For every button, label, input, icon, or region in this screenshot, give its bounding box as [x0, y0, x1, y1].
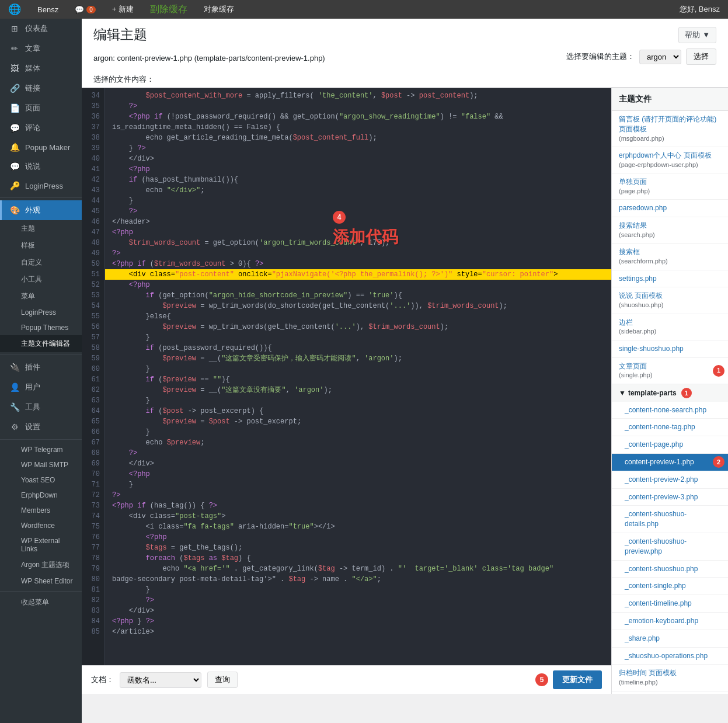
select-theme-button[interactable]: 选择	[686, 48, 716, 65]
code-lines: $post_content_with_more = apply_filters(…	[105, 88, 611, 665]
sidebar-item-pages[interactable]: 📄 页面	[0, 98, 82, 118]
code-line: </header>	[105, 217, 611, 227]
code-line: <?php if (has_tag()) { ?>	[105, 500, 611, 511]
sidebar-item-wp-external-links[interactable]: WP External Links	[0, 533, 82, 557]
submenu-loginpress[interactable]: LoginPress	[0, 305, 82, 320]
file-item-content-shuoshuo[interactable]: _content-shuoshuo.php	[612, 561, 728, 578]
code-line: </div>	[105, 154, 611, 164]
file-item-content-none-tag[interactable]: _content-none-tag.php	[612, 419, 728, 436]
file-item-shuoshuo-operations[interactable]: _shuoshuo-operations.php	[612, 648, 728, 665]
sidebar-item-wordfence[interactable]: Wordfence	[0, 518, 82, 533]
page-title: 编辑主题	[93, 26, 147, 44]
wp-logo[interactable]: 🌐	[5, 0, 25, 19]
file-list-header: 主题文件	[612, 88, 728, 111]
submenu-popup-themes[interactable]: Popup Themes	[0, 320, 82, 335]
code-line: }	[105, 332, 611, 343]
file-item-parsedown[interactable]: parsedown.php	[612, 200, 728, 217]
sidebar-item-wp-mail-smtp[interactable]: WP Mail SMTP	[0, 457, 82, 472]
sidebar-item-posts[interactable]: ✏ 文章	[0, 39, 82, 58]
submenu-customize[interactable]: 自定义	[0, 254, 82, 271]
file-item-content-preview-1[interactable]: content-preview-1.php 2	[612, 454, 728, 471]
update-file-button[interactable]: 更新文件	[553, 670, 602, 689]
file-item-single-shuoshuo[interactable]: single-shuoshuo.php	[612, 340, 728, 358]
sidebar-item-members[interactable]: Members	[0, 503, 82, 518]
help-button[interactable]: 帮助 ▼	[678, 27, 716, 43]
sidebar-item-dashboard[interactable]: ⊞ 仪表盘	[0, 19, 82, 39]
sidebar-item-popup-maker[interactable]: 🔔 Popup Maker	[0, 138, 82, 157]
file-item-erphpdown-user[interactable]: erphpdown个人中心 页面模板 (page-erphpdown-user.…	[612, 147, 728, 173]
file-item-share[interactable]: _share.php	[612, 630, 728, 648]
sidebar-item-erphpdown[interactable]: ErphpDown	[0, 488, 82, 503]
file-item-single[interactable]: 文章页面 (single.php) 1	[612, 358, 728, 384]
file-item-content-preview-2[interactable]: _content-preview-2.php	[612, 471, 728, 489]
code-area: 4 添加代码 34 35 36 37 38 39 40 41	[82, 88, 611, 694]
submenu-widgets[interactable]: 小工具	[0, 271, 82, 288]
admin-header: 编辑主题 帮助 ▼ argon: content-preview-1.php (…	[82, 19, 728, 88]
submenu-theme-editor[interactable]: 主题文件编辑器	[0, 335, 82, 352]
file-item-timeline[interactable]: 归档时间 页面模板 (timeline.php)	[612, 665, 728, 691]
doc-select[interactable]: 函数名...	[120, 672, 201, 688]
doc-label: 文档：	[91, 675, 114, 685]
query-button[interactable]: 查询	[207, 672, 238, 688]
sidebar-item-media[interactable]: 🖼 媒体	[0, 58, 82, 78]
file-info: argon: content-preview-1.php (template-p…	[93, 48, 716, 67]
code-line: <?php	[105, 469, 611, 479]
site-name[interactable]: Bensz	[34, 0, 62, 19]
theme-select[interactable]: argon	[639, 50, 681, 64]
code-line: if ($post -> post_excerpt) {	[105, 406, 611, 416]
sidebar-item-tools[interactable]: 🔧 工具	[0, 397, 82, 417]
file-item-content-timeline[interactable]: _content-timeline.php	[612, 595, 728, 613]
sidebar-item-users[interactable]: 👤 用户	[0, 377, 82, 397]
file-item-shuoshuo[interactable]: 说说 页面模板 (shuoshuo.php)	[612, 287, 728, 314]
sidebar-item-appearance[interactable]: 🎨 外观	[0, 200, 82, 220]
new-content[interactable]: + 新建	[109, 0, 137, 19]
file-folder-template-parts[interactable]: ▼ template-parts 1	[612, 384, 728, 402]
code-line: <div class="post-tags">	[105, 511, 611, 522]
code-line: $preview = wp_trim_words(do_shortcode(ge…	[105, 301, 611, 311]
annotation-1-inline: 1	[681, 388, 692, 398]
code-line: $preview = __("这篇文章受密码保护，输入密码才能阅读", 'arg…	[105, 353, 611, 364]
comments-link[interactable]: 💬 0	[71, 0, 99, 19]
file-item-searchform[interactable]: 搜索框 (searchform.php)	[612, 244, 728, 270]
sidebar-item-settings[interactable]: ⚙ 设置	[0, 417, 82, 437]
file-item-content-none-search[interactable]: _content-none-search.php	[612, 402, 728, 419]
file-item-content-shuoshuo-details[interactable]: _content-shuoshuo-details.php	[612, 506, 728, 533]
file-item-content-single[interactable]: _content-single.php	[612, 578, 728, 595]
submenu-themes[interactable]: 主题	[0, 220, 82, 237]
file-item-unsubscribe[interactable]: unsubscribe-comment-mailnotice.php	[612, 691, 728, 694]
file-item-content-page[interactable]: _content-page.php	[612, 436, 728, 454]
media-action[interactable]: 副除缓存	[147, 0, 191, 19]
annotation-5: 5	[535, 673, 548, 686]
submenu-templates[interactable]: 样板	[0, 237, 82, 254]
sidebar-item-yoast[interactable]: Yoast SEO	[0, 472, 82, 488]
sidebar-collapse[interactable]: 收起菜单	[0, 594, 82, 611]
file-item-search[interactable]: 搜索结果 (search.php)	[612, 217, 728, 244]
code-editor[interactable]: 34 35 36 37 38 39 40 41 42 43 44 45 46	[82, 88, 611, 665]
submenu-menus[interactable]: 菜单	[0, 288, 82, 305]
comment-badge: 0	[86, 6, 96, 13]
sidebar-item-links[interactable]: 🔗 链接	[0, 78, 82, 98]
file-item-content-preview-3[interactable]: _content-preview-3.php	[612, 489, 728, 506]
code-line: $preview = __("这篇文章没有摘要", 'argon');	[105, 385, 611, 395]
file-item-emotion-keyboard[interactable]: _emotion-keyboard.php	[612, 613, 728, 630]
object-cache[interactable]: 对象缓存	[200, 0, 238, 19]
file-item-msgboard[interactable]: 留言板 (请打开页面的评论功能) 页面模板 (msgboard.php)	[612, 111, 728, 147]
file-item-content-shuoshuo-preview[interactable]: _content-shuoshuo-preview.php	[612, 533, 728, 561]
wp-wrap: ⊞ 仪表盘 ✏ 文章 🖼 媒体 🔗 链接 📄 页面 💬 评论 🔔 Popup M…	[0, 19, 728, 723]
file-item-sidebar[interactable]: 边栏 (sidebar.php)	[612, 314, 728, 340]
code-line: <?php if (!post_password_required() && g…	[105, 112, 611, 122]
sidebar-item-wp-telegram[interactable]: WP Telegram	[0, 442, 82, 457]
sidebar-item-shuoshuo[interactable]: 💬 说说	[0, 157, 82, 176]
sidebar-item-comments[interactable]: 💬 评论	[0, 118, 82, 138]
code-line: ?>	[105, 248, 611, 259]
sidebar-item-wp-sheet-editor[interactable]: WP Sheet Editor	[0, 573, 82, 589]
sidebar-separator-4	[0, 591, 82, 592]
file-item-settings[interactable]: settings.php	[612, 270, 728, 288]
file-item-page[interactable]: 单独页面 (page.php)	[612, 173, 728, 200]
sidebar-item-argon-options[interactable]: Argon 主题选项	[0, 557, 82, 573]
sidebar-item-plugins[interactable]: 🔌 插件	[0, 357, 82, 377]
sidebar-item-loginpress[interactable]: 🔑 LoginPress	[0, 176, 82, 195]
code-line: badge-secondary post-meta-detail-tag'>" …	[105, 574, 611, 585]
code-line: if (get_option("argon_hide_shortcode_in_…	[105, 290, 611, 301]
sidebar-separator-1	[0, 197, 82, 198]
